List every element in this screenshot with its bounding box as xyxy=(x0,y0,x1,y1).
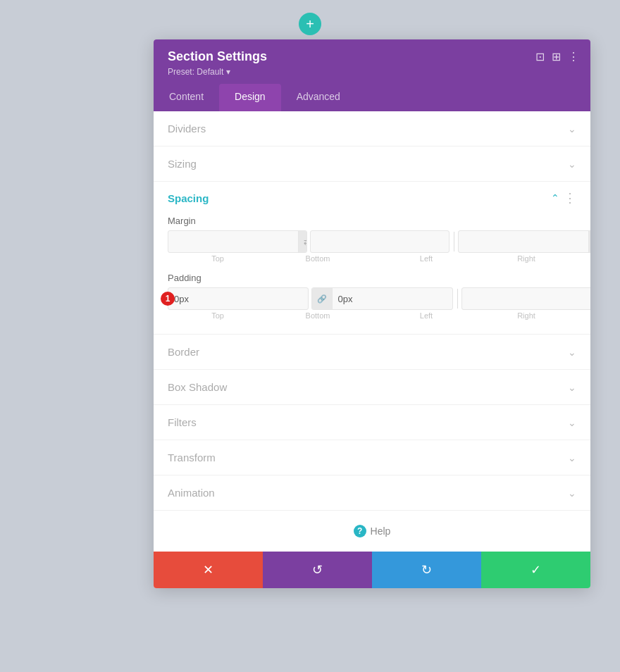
margin-col-labels: Top Bottom Left Right xyxy=(168,254,576,263)
sizing-label: Sizing xyxy=(168,158,197,170)
sizing-section-row[interactable]: Sizing ⌄ xyxy=(154,147,590,182)
fullscreen-icon[interactable]: ⊡ xyxy=(535,50,545,63)
section-settings-panel: Section Settings ⊡ ⊞ ⋮ Preset: Default ▾… xyxy=(154,39,590,588)
spacing-more-icon[interactable]: ⋮ xyxy=(564,190,576,206)
margin-left-label: Left xyxy=(376,254,476,263)
dividers-label: Dividers xyxy=(168,123,206,135)
margin-bottom-label: Bottom xyxy=(268,254,368,263)
tab-content[interactable]: Content xyxy=(154,84,219,111)
plus-icon: + xyxy=(306,17,314,31)
margin-left-link-icon[interactable]: ⇄ xyxy=(588,231,590,252)
margin-group: Margin ⇄ xyxy=(168,216,576,263)
padding-bottom-input[interactable]: 🔗 xyxy=(311,287,454,310)
panel-footer: ✕ ↺ ↻ ✓ xyxy=(154,552,590,588)
margin-left-input[interactable]: ⇄ xyxy=(458,230,590,253)
padding-bottom-label: Bottom xyxy=(268,311,368,320)
margin-right-label: Right xyxy=(476,254,576,263)
margin-top-input[interactable]: ⇄ xyxy=(168,230,307,253)
spacing-title: Spacing xyxy=(168,192,209,204)
panel-header: Section Settings ⊡ ⊞ ⋮ Preset: Default ▾ xyxy=(154,39,590,84)
padding-label: Padding xyxy=(168,273,576,283)
tabs-bar: Content Design Advanced xyxy=(154,84,590,111)
dividers-chevron-icon: ⌄ xyxy=(568,123,576,135)
margin-separator xyxy=(450,230,458,253)
border-chevron-icon: ⌄ xyxy=(568,347,576,358)
margin-top-label: Top xyxy=(168,254,268,263)
filters-section-row[interactable]: Filters ⌄ xyxy=(154,405,590,440)
more-options-icon[interactable]: ⋮ xyxy=(568,50,579,63)
animation-label: Animation xyxy=(168,487,215,499)
spacing-controls: ⌃ ⋮ xyxy=(551,190,576,206)
margin-bottom-input[interactable] xyxy=(310,230,450,253)
transform-chevron-icon: ⌄ xyxy=(568,452,576,463)
padding-left-input[interactable]: ⇄ xyxy=(461,287,590,310)
padding-separator xyxy=(453,289,461,309)
padding-group: Padding 1 🔗 xyxy=(168,273,576,320)
add-section-button[interactable]: + xyxy=(299,13,321,35)
save-button[interactable]: ✓ xyxy=(481,552,590,588)
help-row: ? Help xyxy=(154,511,590,552)
box-shadow-label: Box Shadow xyxy=(168,381,227,393)
redo-button[interactable]: ↻ xyxy=(372,552,481,588)
preset-selector[interactable]: Preset: Default ▾ xyxy=(168,67,579,77)
transform-label: Transform xyxy=(168,452,216,463)
margin-label: Margin xyxy=(168,216,576,226)
dividers-section-row[interactable]: Dividers ⌄ xyxy=(154,111,590,147)
transform-section-row[interactable]: Transform ⌄ xyxy=(154,440,590,475)
padding-link-icon[interactable]: 🔗 xyxy=(312,288,333,309)
panel-title: Section Settings xyxy=(168,49,267,64)
panel-header-icons: ⊡ ⊞ ⋮ xyxy=(535,50,579,63)
columns-icon[interactable]: ⊞ xyxy=(552,50,561,63)
animation-chevron-icon: ⌄ xyxy=(568,487,576,499)
border-section-row[interactable]: Border ⌄ xyxy=(154,335,590,370)
padding-right-label: Right xyxy=(476,311,576,320)
filters-chevron-icon: ⌄ xyxy=(568,417,576,428)
cancel-button[interactable]: ✕ xyxy=(154,552,263,588)
help-label[interactable]: Help xyxy=(371,525,391,537)
tab-advanced[interactable]: Advanced xyxy=(281,84,356,111)
panel-body: Dividers ⌄ Sizing ⌄ Spacing ⌃ ⋮ Margin xyxy=(154,111,590,552)
filters-label: Filters xyxy=(168,416,197,428)
padding-badge: 1 xyxy=(161,292,175,306)
padding-top-label: Top xyxy=(168,311,268,320)
help-icon[interactable]: ? xyxy=(354,525,366,537)
spacing-collapse-icon[interactable]: ⌃ xyxy=(551,192,559,204)
sizing-chevron-icon: ⌄ xyxy=(568,158,576,170)
padding-col-labels: Top Bottom Left Right xyxy=(168,311,576,320)
box-shadow-chevron-icon: ⌄ xyxy=(568,382,576,393)
border-label: Border xyxy=(168,346,199,358)
spacing-section: Spacing ⌃ ⋮ Margin ⇄ xyxy=(154,182,590,335)
tab-design[interactable]: Design xyxy=(219,84,281,111)
box-shadow-section-row[interactable]: Box Shadow ⌄ xyxy=(154,370,590,405)
padding-left-label: Left xyxy=(376,311,476,320)
animation-section-row[interactable]: Animation ⌄ xyxy=(154,475,590,511)
margin-top-link-icon[interactable]: ⇄ xyxy=(298,231,307,252)
undo-button[interactable]: ↺ xyxy=(263,552,372,588)
padding-top-input[interactable] xyxy=(168,287,309,310)
